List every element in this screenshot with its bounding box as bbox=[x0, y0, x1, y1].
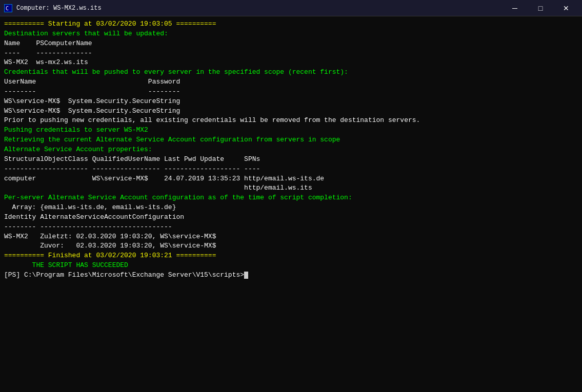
cursor-blink bbox=[244, 272, 248, 279]
console-line: Identity AlternateServiceAccountConfigur… bbox=[4, 213, 578, 222]
console-line: THE SCRIPT HAS SUCCEEDED bbox=[4, 261, 578, 271]
console-line: WS\service-MX$ System.Security.SecureStr… bbox=[4, 107, 578, 116]
console-line: Credentials that will be pushed to every… bbox=[4, 68, 578, 77]
console-line: Name PSComputerName bbox=[4, 39, 578, 49]
title-bar-controls: ─ □ ✕ bbox=[503, 0, 578, 16]
console-line: WS-MX2 Zuletzt: 02.03.2020 19:03:20, WS\… bbox=[4, 232, 578, 242]
minimize-button[interactable]: ─ bbox=[503, 0, 527, 16]
svg-text:C: C bbox=[6, 6, 9, 11]
console-line: http/email.ws.its bbox=[4, 183, 578, 193]
console-line: ---- -------------- bbox=[4, 49, 578, 58]
console-line: [PS] C:\Program Files\Microsoft\Exchange… bbox=[4, 271, 578, 280]
window-title: Computer: WS-MX2.ws.its bbox=[16, 5, 102, 12]
console-line: ========== Finished at 03/02/2020 19:03:… bbox=[4, 251, 578, 261]
console-line: Pushing credentials to server WS-MX2 bbox=[4, 126, 578, 135]
console-line: UserName Password bbox=[4, 77, 578, 87]
console-line: Per-server Alternate Service Account con… bbox=[4, 193, 578, 203]
console-line: Array: {email.ws-its.de, email.ws-its.de… bbox=[4, 203, 578, 213]
title-bar-left: C Computer: WS-MX2.ws.its bbox=[4, 4, 102, 12]
window: C Computer: WS-MX2.ws.its ─ □ ✕ ========… bbox=[0, 0, 582, 392]
console-line: --------------------- ----------------- … bbox=[4, 164, 578, 174]
app-icon: C bbox=[4, 4, 12, 12]
title-bar: C Computer: WS-MX2.ws.its ─ □ ✕ bbox=[0, 0, 582, 16]
console-line: Alternate Service Account properties: bbox=[4, 145, 578, 155]
console-line: Zuvor: 02.03.2020 19:03:20, WS\service-M… bbox=[4, 241, 578, 251]
console-line: Destination servers that will be updated… bbox=[4, 29, 578, 39]
console-line: -------- -------- bbox=[4, 87, 578, 97]
console-line: Prior to pushing new credentials, all ex… bbox=[4, 116, 578, 126]
console-line: -------- -------------------------------… bbox=[4, 222, 578, 232]
console-output: ========== Starting at 03/02/2020 19:03:… bbox=[0, 16, 582, 392]
console-line: WS-MX2 ws-mx2.ws.its bbox=[4, 58, 578, 68]
console-line: WS\service-MX$ System.Security.SecureStr… bbox=[4, 97, 578, 107]
console-line: computer WS\service-MX$ 24.07.2019 13:35… bbox=[4, 174, 578, 184]
console-line: Retrieving the current Alternate Service… bbox=[4, 135, 578, 145]
console-line: StructuralObjectClass QualifiedUserName … bbox=[4, 155, 578, 164]
console-line: ========== Starting at 03/02/2020 19:03:… bbox=[4, 19, 578, 29]
close-button[interactable]: ✕ bbox=[554, 0, 578, 16]
maximize-button[interactable]: □ bbox=[529, 0, 552, 16]
